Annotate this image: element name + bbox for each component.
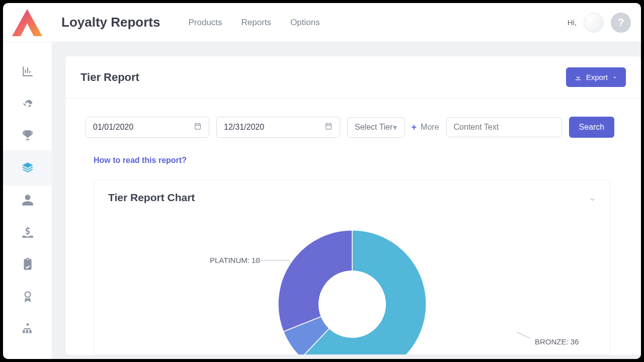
page-title: Loyalty Reports <box>61 15 160 30</box>
sidebar-item-trophy[interactable] <box>21 129 34 142</box>
date-from-input[interactable] <box>86 117 209 138</box>
sidebar-item-tasks[interactable] <box>21 258 34 271</box>
top-nav: Products Reports Options <box>189 18 320 28</box>
chart-title: Tier Report Chart <box>108 192 195 204</box>
top-bar: Loyalty Reports Products Reports Options… <box>3 3 641 42</box>
export-button[interactable]: Export <box>566 67 626 87</box>
sidebar <box>3 42 52 359</box>
search-button[interactable]: Search <box>569 117 615 138</box>
tier-select-label: Select Tier <box>355 123 393 132</box>
chevron-down-icon: ▾ <box>393 123 397 132</box>
chart-label-platinum: PLATINUM: 18 <box>210 256 260 264</box>
sidebar-item-partners[interactable] <box>21 97 34 110</box>
date-to-field[interactable] <box>224 123 325 132</box>
sidebar-item-awards[interactable] <box>21 290 34 303</box>
more-filters-link[interactable]: + More <box>412 122 439 133</box>
help-button[interactable]: ? <box>611 13 631 33</box>
chart-card: Tier Report Chart ⌄ PLATINUM: 18 BRONZE:… <box>94 180 611 355</box>
greeting-text: Hi, <box>568 18 577 27</box>
calendar-icon <box>325 122 333 132</box>
nav-options[interactable]: Options <box>290 18 320 28</box>
nav-reports[interactable]: Reports <box>242 18 272 28</box>
howto-row: How to read this report? <box>65 145 641 176</box>
avatar[interactable] <box>584 13 604 33</box>
export-label: Export <box>586 73 608 81</box>
filter-bar: Select Tier ▾ + More Search <box>65 99 641 145</box>
nav-products[interactable]: Products <box>189 18 222 28</box>
date-from-field[interactable] <box>93 123 194 132</box>
app-logo <box>7 9 47 36</box>
content-text-input[interactable] <box>446 117 562 137</box>
calendar-icon <box>194 122 202 132</box>
sidebar-item-tiers[interactable] <box>21 161 34 174</box>
date-to-input[interactable] <box>216 117 340 138</box>
download-icon <box>574 73 582 81</box>
main-content: Tier Report Export <box>52 42 641 359</box>
content-text-field[interactable] <box>454 123 554 132</box>
chart-body: PLATINUM: 18 BRONZE: 36 <box>94 209 610 354</box>
help-icon: ? <box>617 16 624 29</box>
sidebar-item-members[interactable] <box>21 194 34 207</box>
sidebar-item-hierarchy[interactable] <box>21 322 34 335</box>
sidebar-item-analytics[interactable] <box>21 65 34 78</box>
howto-link[interactable]: How to read this report? <box>94 156 187 164</box>
more-label: More <box>421 123 439 132</box>
sidebar-item-payouts[interactable] <box>21 226 34 239</box>
chevron-down-icon <box>612 74 618 80</box>
tier-select[interactable]: Select Tier ▾ <box>347 117 405 138</box>
collapse-icon[interactable]: ⌄ <box>589 192 596 203</box>
report-card: Tier Report Export <box>65 56 641 355</box>
donut-chart <box>272 224 433 354</box>
plus-icon: + <box>412 122 417 133</box>
chart-label-bronze: BRONZE: 36 <box>535 337 579 346</box>
report-title: Tier Report <box>80 71 139 84</box>
